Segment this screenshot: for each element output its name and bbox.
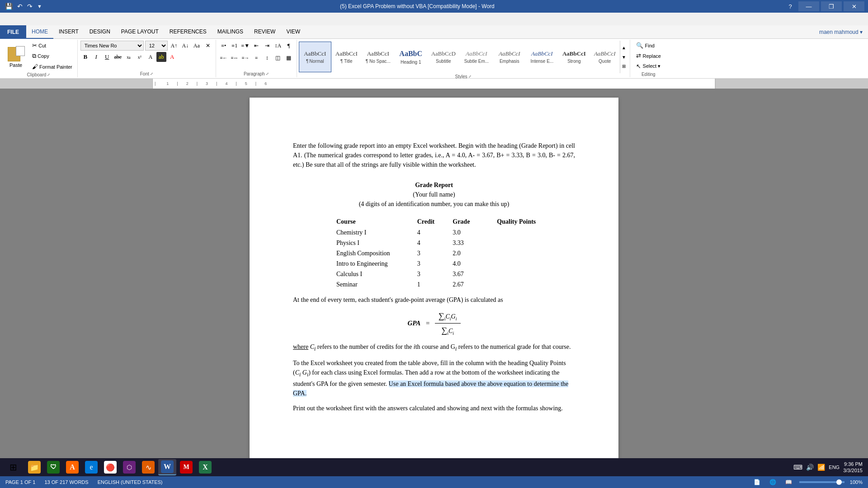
align-center-button[interactable]: ≡↔	[230, 53, 240, 63]
editing-group: 🔍 Find ⇄ Replace ↖ Select ▾ Editing	[630, 40, 667, 77]
gpa-formula: GPA = ∑iCiGi ∑iCi	[293, 310, 575, 337]
numbering-button[interactable]: ≡1	[230, 41, 240, 51]
taskbar-word[interactable]: W	[158, 459, 176, 475]
save-icon[interactable]: 💾	[4, 2, 14, 10]
change-case-button[interactable]: Aa	[192, 41, 202, 51]
multilevel-list-button[interactable]: ≡▼	[241, 41, 250, 51]
font-size-select[interactable]: 12	[145, 41, 168, 51]
taskbar-chrome[interactable]: 🔴	[101, 459, 119, 475]
document-area[interactable]: Enter the following grade report into an…	[0, 89, 868, 471]
paragraph-group: ≡• ≡1 ≡▼ ⇤ ⇥ ↕A ¶ ≡← ≡↔ ≡→ ≡ ↕ ◫ ▦	[216, 40, 297, 77]
tab-references[interactable]: REFERENCES	[164, 25, 212, 39]
style-strong[interactable]: AaBbCcI Strong	[558, 42, 590, 72]
style-quote[interactable]: AaBbCcI Quote	[590, 42, 620, 72]
superscript-button[interactable]: x²	[135, 52, 145, 62]
titlebar: 💾 ↶ ↷ ▼ (5) Excel GPA Problem without VB…	[0, 0, 868, 13]
justify-button[interactable]: ≡	[251, 53, 261, 63]
statusbar: PAGE 1 OF 1 13 OF 217 WORDS ENGLISH (UNI…	[0, 476, 868, 488]
increase-indent-button[interactable]: ⇥	[262, 41, 272, 51]
taskbar-antivirus[interactable]: 🛡	[44, 459, 62, 475]
view-web-icon[interactable]: 🌐	[768, 479, 778, 486]
sort-button[interactable]: ↕A	[273, 41, 283, 51]
italic-button[interactable]: I	[91, 52, 101, 62]
bullets-button[interactable]: ≡•	[219, 41, 229, 51]
increase-font-button[interactable]: A↑	[169, 41, 179, 51]
tab-home[interactable]: HOME	[26, 25, 53, 39]
underline-button[interactable]: U	[102, 52, 112, 62]
copy-button[interactable]: ⧉ Copy	[30, 51, 75, 61]
gallery-scroll[interactable]: ▲ ▼ ⊞	[620, 41, 628, 73]
replace-button[interactable]: ⇄ Replace	[633, 51, 664, 61]
font-color-button[interactable]: A	[167, 52, 177, 62]
shading-button[interactable]: ◫	[273, 53, 283, 63]
taskbar-vs[interactable]: ⬡	[120, 459, 138, 475]
format-painter-button[interactable]: 🖌 Format Painter	[30, 62, 75, 71]
line-spacing-button[interactable]: ↕	[262, 53, 272, 63]
style-heading1[interactable]: AaBbC Heading 1	[395, 42, 427, 72]
border-button[interactable]: ▦	[284, 53, 294, 63]
select-button[interactable]: ↖ Select ▾	[633, 61, 664, 71]
style-emphasis[interactable]: AaBbCcI Emphasis	[493, 42, 526, 72]
start-button[interactable]: ⊞	[2, 459, 24, 475]
customize-icon[interactable]: ▼	[36, 3, 43, 9]
where-word: where	[293, 343, 308, 350]
taskbar-security[interactable]: M	[177, 459, 195, 475]
strikethrough-button[interactable]: abc	[113, 52, 123, 62]
clock[interactable]: 9:36 PM 3/3/2015	[843, 461, 863, 474]
where-paragraph: where Ci refers to the number of credits…	[293, 342, 575, 353]
clear-formatting-button[interactable]: ✕	[203, 41, 213, 51]
sys-network-icon[interactable]: 📶	[817, 464, 825, 471]
redo-icon[interactable]: ↷	[26, 2, 34, 10]
user-info[interactable]: maen mahmoud ▾	[814, 29, 868, 35]
help-button[interactable]: ?	[784, 1, 797, 11]
style-subtitle[interactable]: AaBbCcD Subtitle	[427, 42, 460, 72]
restore-button[interactable]: ❐	[821, 1, 842, 11]
decrease-font-button[interactable]: A↓	[180, 41, 190, 51]
file-tab[interactable]: FILE	[0, 25, 26, 39]
taskbar-matlab[interactable]: ∿	[139, 459, 157, 475]
font-dialog-icon[interactable]: ⤢	[150, 72, 153, 76]
show-para-button[interactable]: ¶	[284, 41, 294, 51]
decrease-indent-button[interactable]: ⇤	[251, 41, 261, 51]
tab-mailings[interactable]: MAILINGS	[212, 25, 249, 39]
style-intense-e[interactable]: AaBbCcI Intense E...	[526, 42, 558, 72]
tab-page-layout[interactable]: PAGE LAYOUT	[116, 25, 164, 39]
highlight-button[interactable]: ab	[156, 52, 166, 62]
sys-keyboard-icon[interactable]: ⌨	[793, 464, 802, 471]
taskbar-excel[interactable]: X	[196, 459, 214, 475]
cut-button[interactable]: ✂ Cut	[30, 41, 75, 50]
subscript-button[interactable]: x₂	[124, 52, 134, 62]
style-normal[interactable]: AaBbCcI ¶Normal	[299, 42, 331, 72]
copy-icon: ⧉	[32, 52, 36, 60]
view-print-icon[interactable]: 📄	[752, 479, 762, 486]
paragraph-dialog-icon[interactable]: ⤢	[266, 72, 269, 76]
taskbar-file-explorer[interactable]: 📁	[25, 459, 43, 475]
find-button[interactable]: 🔍 Find	[633, 41, 664, 50]
style-subtle-em[interactable]: AaBbCcI Subtle Em...	[460, 42, 493, 72]
col-quality-points: Quality Points	[497, 216, 536, 227]
paste-button[interactable]: Paste	[3, 43, 29, 69]
language-indicator[interactable]: ENG	[829, 465, 840, 470]
tab-view[interactable]: VIEW	[281, 25, 306, 39]
taskbar-app1[interactable]: A	[63, 459, 81, 475]
tab-insert[interactable]: INSERT	[53, 25, 84, 39]
undo-icon[interactable]: ↶	[16, 2, 24, 10]
close-button[interactable]: ✕	[844, 1, 864, 11]
grade-report-header: Grade Report (Your full name) (4 digits …	[293, 180, 575, 209]
style-title[interactable]: AaBbCcI ¶ Title	[331, 42, 362, 72]
text-effect-button[interactable]: A	[146, 52, 156, 62]
taskbar-ie[interactable]: e	[82, 459, 100, 475]
align-right-button[interactable]: ≡→	[241, 53, 250, 63]
tab-review[interactable]: REVIEW	[249, 25, 281, 39]
minimize-button[interactable]: —	[798, 1, 819, 11]
sys-volume-icon[interactable]: 🔊	[806, 464, 814, 471]
scissors-icon: ✂	[32, 42, 37, 49]
zoom-slider[interactable]	[799, 481, 844, 483]
clipboard-dialog-icon[interactable]: ⤢	[47, 73, 50, 77]
bold-button[interactable]: B	[80, 52, 90, 62]
style-no-spacing[interactable]: AaBbCcI ¶ No Spac...	[362, 42, 395, 72]
font-name-select[interactable]: Times New Ro	[80, 41, 144, 51]
tab-design[interactable]: DESIGN	[84, 25, 116, 39]
align-left-button[interactable]: ≡←	[219, 53, 229, 63]
view-read-icon[interactable]: 📖	[783, 479, 794, 486]
